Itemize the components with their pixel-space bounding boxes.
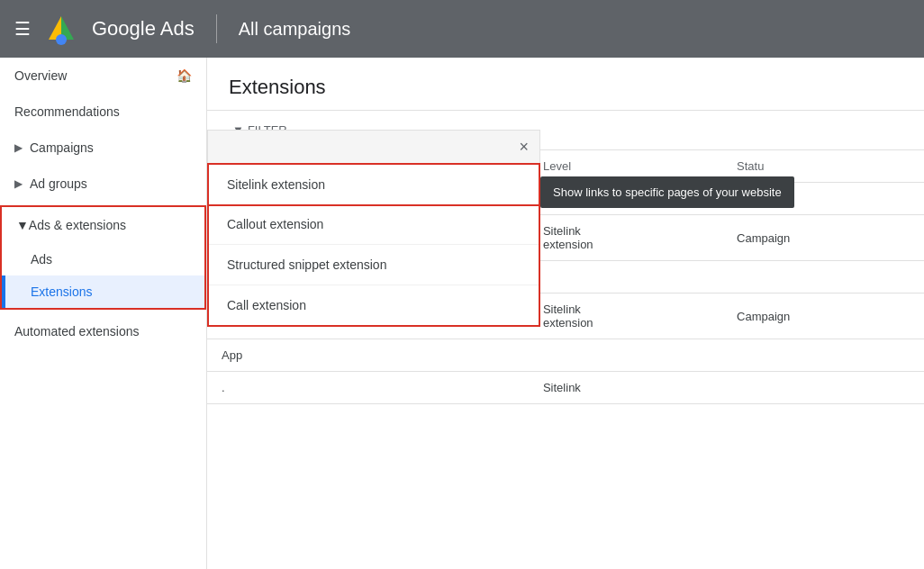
sidebar-item-ad-groups[interactable]: ▶ Ad groups — [0, 166, 206, 202]
home-icon: 🏠 — [177, 68, 192, 83]
cell-campaign-4: . — [207, 372, 529, 404]
extension-type-dropdown: × Sitelink extension Callout extension S… — [207, 130, 540, 327]
sidebar-item-overview[interactable]: Overview 🏠 — [0, 58, 206, 94]
cell-level-3: Campaign — [722, 294, 924, 339]
svg-point-2 — [56, 34, 67, 45]
app-header: ☰ Google Ads All campaigns — [0, 0, 924, 58]
cell-extension-type-3: Sitelinkextension — [529, 294, 722, 339]
sidebar-item-ads-extensions[interactable]: ▼ Ads & extensions — [2, 207, 204, 243]
sidebar-item-ads[interactable]: Ads — [2, 243, 204, 275]
table-row: App — [207, 339, 924, 372]
dropdown-item-call[interactable]: Call extension — [209, 285, 539, 325]
dropdown-close-button[interactable]: × — [519, 138, 529, 157]
sidebar-item-extensions[interactable]: Extensions — [2, 275, 204, 308]
campaigns-chevron-icon: ▶ — [14, 141, 23, 154]
cell-status-appr-3: App — [207, 339, 529, 372]
main-header: Extensions — [207, 58, 924, 111]
sidebar-item-recommendations[interactable]: Recommendations — [0, 94, 206, 130]
sidebar-item-overview-label: Overview — [14, 68, 67, 83]
dropdown-item-structured-snippet[interactable]: Structured snippet extension — [209, 245, 539, 285]
sitelink-tooltip: Show links to specific pages of your web… — [540, 176, 794, 208]
dropdown-item-sitelink[interactable]: Sitelink extension — [207, 163, 540, 206]
cell-level-2: Campaign — [722, 215, 924, 261]
dropdown-item-callout-label: Callout extension — [227, 217, 323, 231]
header-divider — [216, 14, 217, 43]
dropdown-item-callout[interactable]: Callout extension — [209, 204, 539, 245]
cell-extension-type-2: Sitelinkextension — [529, 215, 722, 261]
cell-extension-type-4: Sitelink — [529, 372, 722, 404]
sidebar-item-extensions-label: Extensions — [31, 284, 92, 299]
menu-icon[interactable]: ☰ — [14, 18, 31, 40]
ads-extensions-chevron-icon: ▼ — [16, 218, 29, 232]
main-content: Extensions ▼ FILTER Extension type Level… — [207, 58, 924, 569]
sidebar: Overview 🏠 Recommendations ▶ Campaigns ▶… — [0, 58, 207, 569]
dropdown-item-sitelink-label: Sitelink extension — [227, 177, 325, 192]
sidebar-item-campaigns-label: Campaigns — [30, 140, 94, 155]
sidebar-item-automated-extensions[interactable]: Automated extensions — [0, 313, 206, 349]
dropdown-search-box: × — [207, 130, 540, 165]
dropdown-list: Sitelink extension Callout extension Str… — [207, 163, 540, 327]
sidebar-item-ads-label: Ads — [31, 252, 52, 266]
ads-extensions-section: ▼ Ads & extensions Ads Extensions — [0, 205, 206, 310]
logo-svg — [45, 13, 77, 45]
main-layout: Overview 🏠 Recommendations ▶ Campaigns ▶… — [0, 58, 924, 569]
google-ads-logo — [45, 13, 77, 45]
dropdown-item-structured-snippet-label: Structured snippet extension — [227, 257, 386, 272]
campaign-title: All campaigns — [239, 19, 351, 40]
dropdown-item-call-label: Call extension — [227, 298, 306, 312]
adgroups-chevron-icon: ▶ — [14, 177, 23, 190]
page-title: Extensions — [229, 76, 902, 99]
sidebar-item-recommendations-label: Recommendations — [14, 104, 120, 119]
sidebar-item-ads-extensions-label: Ads & extensions — [29, 218, 126, 232]
table-row: . Sitelink — [207, 372, 924, 404]
tooltip-text: Show links to specific pages of your web… — [553, 185, 782, 199]
sidebar-item-campaigns[interactable]: ▶ Campaigns — [0, 130, 206, 166]
sidebar-item-ad-groups-label: Ad groups — [30, 176, 87, 191]
app-title: Google Ads — [92, 17, 195, 41]
sidebar-item-automated-extensions-label: Automated extensions — [14, 324, 140, 339]
